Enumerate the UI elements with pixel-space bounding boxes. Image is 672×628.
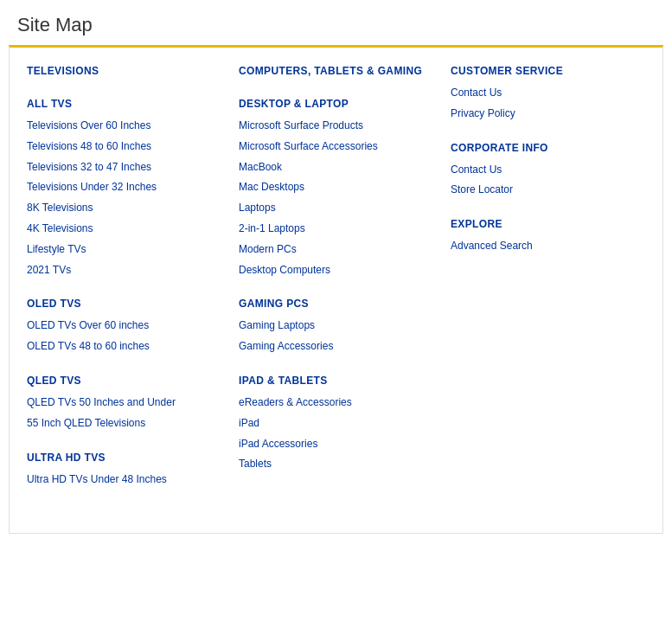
section-title-ultra-hd-tvs: ULTRA HD TVS [27, 452, 221, 464]
link-privacy-policy[interactable]: Privacy Policy [451, 106, 645, 121]
section-title-oled-tvs: OLED TVS [27, 298, 221, 310]
section-title-corporate-info: CORPORATE INFO [451, 142, 645, 154]
link-contact-us-corp[interactable]: Contact Us [451, 163, 645, 177]
section-desktop-laptop: DESKTOP & LAPTOP Microsoft Surface Produ… [239, 98, 433, 277]
link-tvs-under-32[interactable]: Televisions Under 32 Inches [27, 180, 221, 195]
section-ipad-tablets: IPAD & TABLETS eReaders & Accessories iP… [239, 375, 433, 471]
link-ereaders[interactable]: eReaders & Accessories [239, 395, 433, 410]
link-advanced-search[interactable]: Advanced Search [451, 239, 645, 253]
link-tvs-32-47[interactable]: Televisions 32 to 47 Inches [27, 160, 221, 175]
link-tvs-48-60[interactable]: Televisions 48 to 60 Inches [27, 139, 221, 154]
site-map-container: TELEVISIONS ALL TVS Televisions Over 60 … [9, 45, 663, 534]
link-gaming-accessories[interactable]: Gaming Accessories [239, 339, 433, 354]
link-desktop-computers[interactable]: Desktop Computers [239, 263, 433, 278]
column-computers: COMPUTERS, TABLETS & GAMING DESKTOP & LA… [239, 65, 451, 507]
section-customer-service: CUSTOMER SERVICE Contact Us Privacy Poli… [451, 65, 645, 121]
section-oled-tvs: OLED TVS OLED TVs Over 60 inches OLED TV… [27, 298, 221, 354]
columns-wrapper: TELEVISIONS ALL TVS Televisions Over 60 … [27, 65, 645, 507]
link-ipad-accessories[interactable]: iPad Accessories [239, 437, 433, 452]
section-title-gaming-pcs: GAMING PCS [239, 298, 433, 310]
link-store-locator[interactable]: Store Locator [451, 183, 645, 197]
section-title-ipad-tablets: IPAD & TABLETS [239, 375, 433, 387]
column-televisions: TELEVISIONS ALL TVS Televisions Over 60 … [27, 65, 239, 507]
link-2in1-laptops[interactable]: 2-in-1 Laptops [239, 221, 433, 236]
link-laptops[interactable]: Laptops [239, 201, 433, 215]
link-macbook[interactable]: MacBook [239, 160, 433, 175]
link-2021-tvs[interactable]: 2021 TVs [27, 263, 221, 278]
link-tablets[interactable]: Tablets [239, 457, 433, 471]
link-ms-surface-accessories[interactable]: Microsoft Surface Accessories [239, 139, 433, 154]
link-4k-tvs[interactable]: 4K Televisions [27, 221, 221, 236]
link-oled-over-60[interactable]: OLED TVs Over 60 inches [27, 318, 221, 333]
section-all-tvs: ALL TVS Televisions Over 60 Inches Telev… [27, 98, 221, 277]
section-title-computers: COMPUTERS, TABLETS & GAMING [239, 65, 433, 77]
link-55-qled[interactable]: 55 Inch QLED Televisions [27, 416, 221, 431]
link-modern-pcs[interactable]: Modern PCs [239, 242, 433, 257]
column-services: CUSTOMER SERVICE Contact Us Privacy Poli… [451, 65, 645, 507]
section-ultra-hd-tvs: ULTRA HD TVS Ultra HD TVs Under 48 Inche… [27, 452, 221, 487]
link-contact-us-cs[interactable]: Contact Us [451, 86, 645, 100]
page-title: Site Map [0, 0, 672, 45]
section-explore: EXPLORE Advanced Search [451, 218, 645, 253]
link-mac-desktops[interactable]: Mac Desktops [239, 180, 433, 195]
section-title-explore: EXPLORE [451, 218, 645, 230]
section-title-customer-service: CUSTOMER SERVICE [451, 65, 645, 77]
section-title-qled-tvs: QLED TVS [27, 375, 221, 387]
section-title-all-tvs: ALL TVS [27, 98, 221, 110]
section-title-televisions: TELEVISIONS [27, 65, 221, 77]
link-gaming-laptops[interactable]: Gaming Laptops [239, 318, 433, 333]
link-qled-50-under[interactable]: QLED TVs 50 Inches and Under [27, 395, 221, 410]
link-8k-tvs[interactable]: 8K Televisions [27, 201, 221, 215]
link-ipad[interactable]: iPad [239, 416, 433, 431]
section-gaming-pcs: GAMING PCS Gaming Laptops Gaming Accesso… [239, 298, 433, 354]
link-lifestyle-tvs[interactable]: Lifestyle TVs [27, 242, 221, 257]
section-computers-header: COMPUTERS, TABLETS & GAMING [239, 65, 433, 77]
section-qled-tvs: QLED TVS QLED TVs 50 Inches and Under 55… [27, 375, 221, 431]
link-tvs-over-60[interactable]: Televisions Over 60 Inches [27, 119, 221, 133]
link-ultra-hd-under-48[interactable]: Ultra HD TVs Under 48 Inches [27, 472, 221, 487]
link-oled-48-60[interactable]: OLED TVs 48 to 60 inches [27, 339, 221, 354]
section-corporate-info: CORPORATE INFO Contact Us Store Locator [451, 142, 645, 198]
link-ms-surface-products[interactable]: Microsoft Surface Products [239, 119, 433, 133]
section-televisions-header: TELEVISIONS [27, 65, 221, 77]
section-title-desktop-laptop: DESKTOP & LAPTOP [239, 98, 433, 110]
